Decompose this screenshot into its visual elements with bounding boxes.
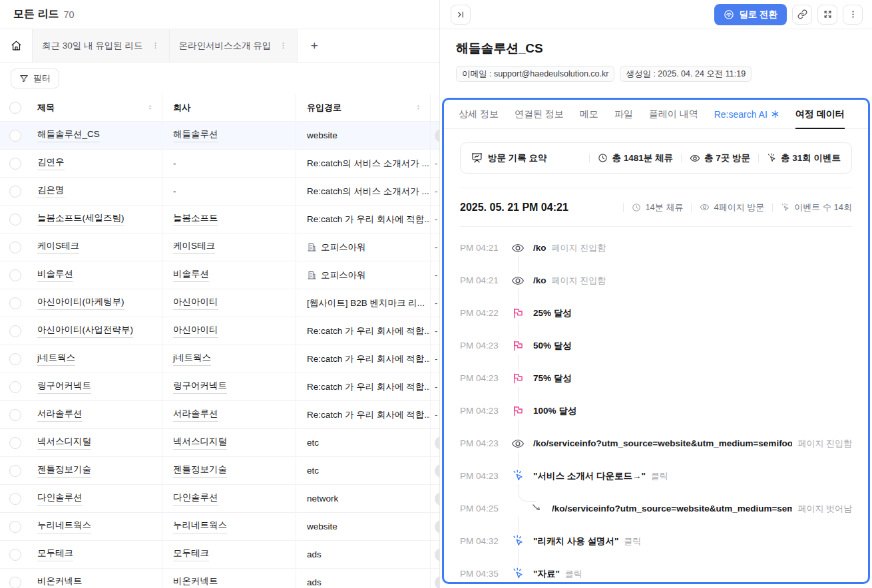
table-row[interactable]: 링구어커넥트 링구어커넥트 Re:catch 가 우리 회사에 적합... xyxy=(0,373,439,401)
row-checkbox[interactable] xyxy=(9,493,21,505)
table-row[interactable]: 아신아이티(마케팅부) 아신아이티 [웹사이트] B2B 벤치마크 리... xyxy=(0,289,439,317)
table-row[interactable]: 케이S테크 케이S테크 xyxy=(0,233,439,261)
table-row[interactable]: 해들솔루션_CS 해들솔루션 website xyxy=(0,122,439,150)
convert-to-deal-button[interactable]: 딜로 전환 xyxy=(714,4,787,25)
event-label[interactable]: /ko xyxy=(533,275,546,285)
lead-title-link[interactable]: j네트웍스 xyxy=(37,352,75,366)
row-checkbox[interactable] xyxy=(9,241,21,253)
lead-title-link[interactable]: 해들솔루션_CS xyxy=(37,128,100,142)
company-link[interactable]: j네트웍스 xyxy=(173,352,211,366)
copy-link-button[interactable] xyxy=(792,5,812,25)
lead-title-link[interactable]: 넥서스디지털 xyxy=(37,436,91,450)
lead-title-link[interactable]: 늘봄소프트(세일즈팀) xyxy=(37,212,124,226)
table-row[interactable]: 모두테크 모두테크 ads xyxy=(0,541,439,569)
table-row[interactable]: 김연우 - Re:catch의 서비스 소개서가 ... - xyxy=(0,150,439,178)
lead-title-link[interactable]: 누리네트웍스 xyxy=(37,519,91,533)
company-link[interactable]: 누리네트웍스 xyxy=(173,519,227,533)
row-checkbox[interactable] xyxy=(9,409,21,421)
company-link[interactable]: 비온커넥트 xyxy=(173,575,218,588)
detail-tab[interactable]: 파일 xyxy=(614,100,633,128)
lead-title-link[interactable]: 아신아이티(마케팅부) xyxy=(37,296,124,310)
column-header-title[interactable]: 제목 xyxy=(27,94,162,121)
row-checkbox[interactable] xyxy=(9,130,21,142)
column-header-company[interactable]: 회사 xyxy=(162,94,296,121)
table-row[interactable]: 늘봄소프트(세일즈팀) 늘봄소프트 Re:catch 가 우리 회사에 적합..… xyxy=(0,206,439,233)
lead-title-link[interactable]: 다인솔루션 xyxy=(37,492,83,506)
table-row[interactable]: j네트웍스 j네트웍스 Re:catch 가 우리 회사에 적합... xyxy=(0,345,439,373)
select-all-area[interactable] xyxy=(0,94,27,121)
table-row[interactable]: 누리네트웍스 누리네트웍스 website xyxy=(0,513,439,541)
detail-tab[interactable]: 연결된 정보 xyxy=(515,100,564,128)
company-link[interactable]: 모두테크 xyxy=(173,547,209,561)
event-label[interactable]: 50% 달성 xyxy=(533,340,572,352)
row-checkbox[interactable] xyxy=(9,158,21,170)
detail-tab[interactable]: 메모 xyxy=(580,100,598,128)
row-checkbox[interactable] xyxy=(9,437,21,449)
event-label[interactable]: "리캐치 사용 설명서" xyxy=(533,535,618,547)
table-row[interactable]: 다인솔루션 다인솔루션 network xyxy=(0,485,439,513)
row-checkbox[interactable] xyxy=(9,465,21,477)
sort-icon[interactable] xyxy=(146,104,154,111)
saved-view-tab[interactable]: 최근 30일 내 유입된 리드 xyxy=(32,29,170,62)
lead-title-link[interactable]: 비솔루션 xyxy=(37,268,73,282)
home-view-tab[interactable] xyxy=(0,29,32,62)
row-checkbox[interactable] xyxy=(9,269,21,281)
row-checkbox[interactable] xyxy=(9,297,21,309)
table-row[interactable]: 김은명 - Re:catch의 서비스 소개서가 ... - xyxy=(0,178,439,206)
lead-title-link[interactable]: 아신아이티(사업전략부) xyxy=(37,324,133,338)
company-link[interactable]: 서라솔루션 xyxy=(173,408,218,422)
lead-title-link[interactable]: 케이S테크 xyxy=(37,240,79,254)
row-checkbox[interactable] xyxy=(9,353,21,365)
row-checkbox[interactable] xyxy=(9,521,21,533)
column-header-channel[interactable]: 유입경로 xyxy=(296,94,431,121)
lead-title-link[interactable]: 김은명 xyxy=(37,184,65,198)
sort-icon[interactable] xyxy=(415,104,422,111)
more-actions-button[interactable] xyxy=(843,5,863,25)
company-link[interactable]: 다인솔루션 xyxy=(173,492,218,506)
lead-title-link[interactable]: 서라솔루션 xyxy=(37,408,83,422)
view-tab-menu-icon[interactable] xyxy=(151,41,160,50)
company-link[interactable]: 넥서스디지털 xyxy=(173,436,227,450)
row-checkbox[interactable] xyxy=(9,381,21,393)
event-label[interactable]: 25% 달성 xyxy=(533,307,572,319)
event-label[interactable]: /ko/serviceinfo?utm_source=website&utm_m… xyxy=(533,438,792,448)
company-link[interactable]: 링구어커넥트 xyxy=(173,380,227,394)
collapse-panel-button[interactable] xyxy=(451,5,471,25)
lead-title-link[interactable]: 젠틀정보기술 xyxy=(37,464,91,478)
lead-title-link[interactable]: 김연우 xyxy=(37,156,65,170)
detail-tab[interactable]: 상세 정보 xyxy=(459,100,499,128)
filter-button[interactable]: 필터 xyxy=(11,69,59,88)
table-row[interactable]: 비솔루션 비솔루션 xyxy=(0,261,439,289)
table-row[interactable]: 아신아이티(사업전략부) 아신아이티 Re:catch 가 우리 회사에 적합.… xyxy=(0,317,439,345)
event-label[interactable]: "서비스 소개서 다운로드→" xyxy=(533,470,646,482)
detail-tab[interactable]: Re:search AI xyxy=(714,100,779,128)
saved-view-tab[interactable]: 온라인서비스소개 유입 xyxy=(170,29,298,62)
lead-title-link[interactable]: 비온커넥트 xyxy=(37,575,83,588)
table-row[interactable]: 서라솔루션 서라솔루션 Re:catch 가 우리 회사에 적합... xyxy=(0,401,439,429)
company-link[interactable]: 아신아이티 xyxy=(173,324,218,338)
event-label[interactable]: /ko xyxy=(533,243,546,253)
detail-tab[interactable]: 여정 데이터 xyxy=(795,100,845,128)
company-link[interactable]: 늘봄소프트 xyxy=(173,212,218,226)
table-row[interactable]: 비온커넥트 비온커넥트 ads xyxy=(0,569,439,588)
row-checkbox[interactable] xyxy=(9,577,21,588)
company-link[interactable]: 비솔루션 xyxy=(173,268,209,282)
table-row[interactable]: 넥서스디지털 넥서스디지털 etc xyxy=(0,429,439,457)
expand-button[interactable] xyxy=(817,5,837,25)
lead-title-link[interactable]: 링구어커넥트 xyxy=(37,380,91,394)
detail-tab[interactable]: 플레이 내역 xyxy=(649,100,698,128)
company-link[interactable]: 해들솔루션 xyxy=(173,128,218,142)
company-link[interactable]: 아신아이티 xyxy=(173,296,218,310)
event-label[interactable]: 100% 달성 xyxy=(533,405,576,417)
company-link[interactable]: 젠틀정보기술 xyxy=(173,464,227,478)
event-label[interactable]: /ko/serviceinfo?utm_source=website&utm_m… xyxy=(552,504,792,514)
event-label[interactable]: "자료" xyxy=(533,568,560,580)
event-label[interactable]: 75% 달성 xyxy=(533,372,572,384)
row-checkbox[interactable] xyxy=(9,214,21,225)
row-checkbox[interactable] xyxy=(9,186,21,198)
lead-title-link[interactable]: 모두테크 xyxy=(37,547,73,561)
row-checkbox[interactable] xyxy=(9,325,21,337)
select-all-checkbox[interactable] xyxy=(9,102,21,114)
company-link[interactable]: 케이S테크 xyxy=(173,240,215,254)
row-checkbox[interactable] xyxy=(9,549,21,561)
